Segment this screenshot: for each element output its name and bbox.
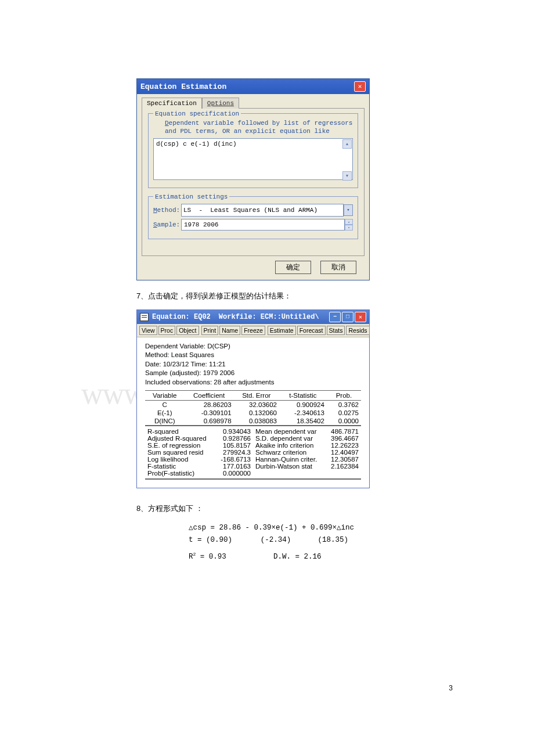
- equation-spec-group: Equation specification Dependent variabl…: [148, 113, 358, 188]
- tb-resids[interactable]: Resids: [346, 326, 369, 335]
- hdr-sample: Sample (adjusted): 1979 2006: [145, 369, 361, 378]
- estimation-settings-group: Estimation settings Method: ▾ Sample: ▴▾: [148, 196, 358, 239]
- close-icon[interactable]: ✕: [354, 81, 366, 92]
- maximize-icon[interactable]: □: [342, 312, 353, 322]
- page-number: 3: [449, 684, 453, 692]
- method-select[interactable]: [181, 204, 344, 217]
- spec-legend: Equation specification: [153, 110, 241, 117]
- ok-button[interactable]: 确定: [275, 261, 311, 274]
- output-title-right: Workfile: ECM::Untitled\: [219, 313, 319, 321]
- tb-stats[interactable]: Stats: [327, 326, 345, 335]
- dialog-titlebar: Equation Estimation ✕: [137, 79, 369, 94]
- output-title-left: Equation: EQ02: [152, 313, 211, 321]
- col-prob: Prob.: [327, 391, 361, 401]
- tb-estimate[interactable]: Estimate: [268, 326, 296, 335]
- equation-result-block: △csp = 28.86 - 0.39×e(-1) + 0.699×△inc t…: [189, 522, 398, 563]
- output-toolbar: View Proc Object Print Name Freeze Estim…: [137, 324, 369, 337]
- method-label: Method:: [153, 207, 181, 214]
- eq-line-3: R2 = 0.93 D.W. = 2.16: [189, 550, 398, 563]
- eq-line-2: t = (0.90) (-2.34) (18.35): [189, 534, 398, 546]
- equation-output-window: Equation: EQ02 Workfile: ECM::Untitled\ …: [136, 309, 370, 489]
- col-coefficient: Coefficient: [185, 391, 234, 401]
- tb-object[interactable]: Object: [176, 326, 199, 335]
- hdr-date: Date: 10/23/12 Time: 11:21: [145, 360, 361, 369]
- table-row: D(INC)0.6989780.03808318.354020.0000: [145, 417, 361, 426]
- eq-line-1: △csp = 28.86 - 0.39×e(-1) + 0.699×△inc: [189, 522, 398, 534]
- equation-spec-input[interactable]: d(csp) c e(-1) d(inc): [153, 138, 353, 180]
- spec-hint: Dependent variable followed by list of r…: [165, 120, 353, 136]
- tb-forecast[interactable]: Forecast: [297, 326, 326, 335]
- table-row: E(-1)-0.3091010.132060-2.3406130.0275: [145, 409, 361, 417]
- col-tstat: t-Statistic: [279, 391, 327, 401]
- step-7-text: 7、点击确定，得到误差修正模型的估计结果：: [136, 291, 398, 301]
- tb-view[interactable]: View: [139, 326, 157, 335]
- minimize-icon[interactable]: −: [329, 312, 341, 322]
- tb-name[interactable]: Name: [219, 326, 240, 335]
- statistics-grid: R-squared0.934043Mean dependent var486.7…: [145, 426, 361, 480]
- hdr-depvar: Dependent Variable: D(CSP): [145, 342, 361, 351]
- document-icon: [140, 313, 149, 321]
- est-legend: Estimation settings: [153, 193, 229, 200]
- tb-print[interactable]: Print: [201, 326, 219, 335]
- sample-input[interactable]: [181, 219, 345, 231]
- tb-proc[interactable]: Proc: [158, 326, 176, 335]
- step-8-text: 8、方程形式如下 ：: [136, 503, 398, 514]
- coefficient-table: Variable Coefficient Std. Error t-Statis…: [145, 390, 361, 426]
- tab-options[interactable]: Options: [202, 98, 239, 109]
- sample-label: Sample:: [153, 221, 181, 228]
- scroll-up-icon[interactable]: ▴: [342, 139, 352, 149]
- hdr-method: Method: Least Squares: [145, 351, 361, 360]
- col-stderror: Std. Error: [234, 391, 279, 401]
- tab-specification[interactable]: Specification: [142, 98, 202, 109]
- close-icon[interactable]: ✕: [355, 312, 366, 322]
- chevron-down-icon[interactable]: ▾: [344, 204, 353, 216]
- output-header-block: Dependent Variable: D(CSP) Method: Least…: [145, 342, 361, 387]
- equation-estimation-dialog: Equation Estimation ✕ Specification Opti…: [136, 78, 370, 280]
- sample-spinner[interactable]: ▴▾: [345, 219, 353, 231]
- col-variable: Variable: [145, 391, 185, 401]
- tb-freeze[interactable]: Freeze: [241, 326, 265, 335]
- cancel-button[interactable]: 取消: [320, 261, 356, 274]
- hdr-obs: Included observations: 28 after adjustme…: [145, 378, 361, 387]
- scroll-down-icon[interactable]: ▾: [342, 171, 352, 181]
- table-row: C28.8620332.036020.9009240.3762: [145, 401, 361, 409]
- dialog-title: Equation Estimation: [140, 82, 226, 91]
